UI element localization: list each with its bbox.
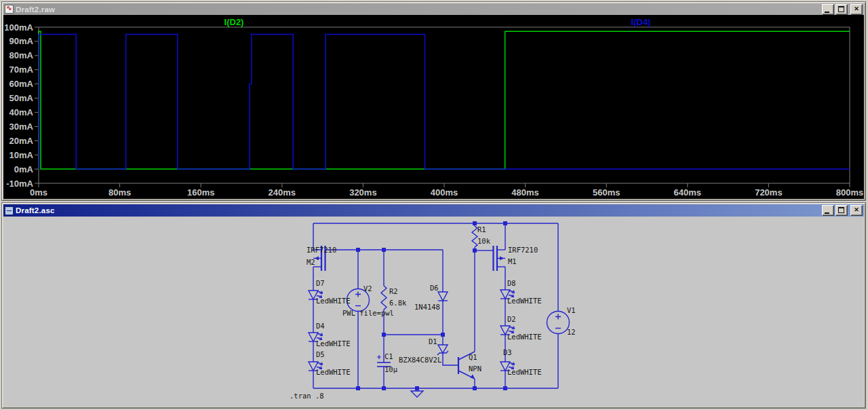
- component-label: IRF7210: [307, 246, 336, 254]
- schematic-canvas[interactable]: IRF7210M2D7LedWHITEV2PWL file=pwlR26.8kD…: [3, 217, 864, 407]
- ltspice-app: { "plot_window": { "title": "Draft2.raw"…: [0, 0, 868, 410]
- waveform-window-title: Draft2.raw: [16, 5, 820, 14]
- schematic-window-icon: [5, 206, 14, 215]
- component-label: D1: [429, 337, 437, 346]
- schematic-window: Draft2.asc: [1, 202, 866, 409]
- component-label: M1: [508, 257, 517, 265]
- resistor-r1[interactable]: [472, 226, 477, 247]
- component-label: 12: [567, 328, 576, 336]
- component-label: IRF7210: [508, 246, 538, 254]
- waveform-window: Draft2.raw 100mA90mA80mA70mA60mA50mA40mA…: [1, 1, 866, 201]
- waveform-titlebar[interactable]: Draft2.raw: [3, 3, 864, 15]
- component-label: V1: [567, 306, 576, 314]
- waveform-trace: [39, 35, 850, 170]
- plot-border: [39, 27, 850, 183]
- close-button[interactable]: [850, 4, 863, 15]
- component-label: 6.8k: [389, 299, 406, 307]
- component-label: D7: [316, 279, 325, 287]
- y-axis-label: 70mA: [9, 64, 34, 75]
- x-axis-label: 320ms: [349, 187, 376, 198]
- y-axis-label: 40mA: [9, 107, 34, 117]
- component-label: D5: [316, 350, 325, 358]
- component-label: D4: [316, 322, 325, 330]
- component-label: V2: [363, 284, 372, 293]
- legend-label: I(D2): [224, 17, 244, 27]
- x-axis-label: 0ms: [30, 187, 47, 198]
- x-axis-label: 480ms: [511, 187, 538, 198]
- component-label: 10k: [477, 237, 490, 245]
- ground-symbol[interactable]: [411, 388, 423, 397]
- component-label: LedWHITE: [316, 339, 351, 348]
- close-button[interactable]: [850, 205, 863, 216]
- component-label: PWL file=pwl: [342, 309, 394, 317]
- component-label: LedWHITE: [507, 368, 542, 376]
- waveform-window-icon: [5, 5, 14, 14]
- component-label: LedWHITE: [507, 333, 542, 341]
- component-label: BZX84C8V2L: [399, 356, 441, 364]
- y-axis-label: 0mA: [14, 164, 34, 174]
- y-axis-label: 20mA: [9, 136, 34, 146]
- minimize-button[interactable]: [822, 205, 834, 216]
- x-axis-label: 560ms: [593, 187, 620, 198]
- x-axis-label: 400ms: [431, 187, 458, 198]
- spice-directive[interactable]: .tran .8: [290, 392, 324, 400]
- x-axis-label: 800ms: [836, 187, 863, 198]
- component-label: D2: [507, 315, 516, 323]
- resistor-r2[interactable]: [381, 286, 387, 310]
- y-axis-label: 90mA: [9, 36, 34, 46]
- y-axis-label: 100mA: [4, 22, 33, 33]
- component-label: NPN: [469, 365, 481, 373]
- component-label: D3: [503, 348, 512, 356]
- diode-d6[interactable]: [438, 292, 448, 301]
- component-label: R1: [477, 225, 486, 234]
- mosfet-m1[interactable]: [494, 246, 506, 271]
- waveform-trace: [39, 31, 850, 169]
- component-label: Q1: [469, 353, 477, 361]
- component-label: C1: [384, 352, 393, 360]
- schematic-window-title: Draft2.asc: [16, 206, 820, 215]
- component-label: 1N4148: [414, 303, 440, 311]
- y-axis-label: 50mA: [9, 93, 34, 103]
- schematic-titlebar[interactable]: Draft2.asc: [3, 204, 864, 217]
- component-label: R2: [389, 287, 398, 295]
- x-axis-label: 640ms: [674, 187, 701, 198]
- component-label: LedWHITE: [316, 297, 351, 305]
- minimize-button[interactable]: [822, 4, 834, 15]
- x-axis-label: 720ms: [755, 187, 782, 198]
- waveform-plot[interactable]: 100mA90mA80mA70mA60mA50mA40mA30mA20mA10m…: [3, 15, 864, 199]
- legend-label: I(D4): [631, 17, 651, 27]
- zener-d1[interactable]: [437, 345, 448, 355]
- component-label: LedWHITE: [507, 297, 542, 305]
- x-axis-label: 240ms: [269, 187, 296, 198]
- component-label: D8: [507, 279, 516, 287]
- y-axis-label: 30mA: [9, 122, 34, 132]
- y-axis-label: 80mA: [9, 50, 34, 60]
- x-axis-label: 80ms: [108, 187, 131, 198]
- maximize-button[interactable]: [835, 205, 848, 216]
- component-label: LedWHITE: [316, 368, 351, 376]
- y-axis-label: 10mA: [9, 150, 34, 160]
- maximize-button[interactable]: [835, 4, 848, 15]
- y-axis-label: 60mA: [9, 79, 34, 89]
- component-label: 10µ: [384, 365, 397, 373]
- vsource-v1[interactable]: [547, 312, 570, 334]
- x-axis-label: 160ms: [187, 187, 214, 198]
- component-label: D6: [430, 284, 439, 292]
- component-label: M2: [307, 258, 315, 266]
- waveform-pane[interactable]: 100mA90mA80mA70mA60mA50mA40mA30mA20mA10m…: [3, 15, 864, 199]
